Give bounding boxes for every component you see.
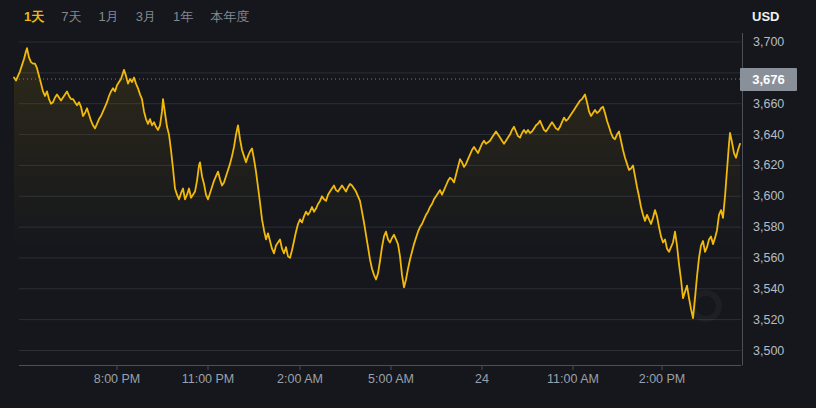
x-axis-label: 2:00 AM bbox=[260, 372, 340, 387]
y-axis-label: 3,700 bbox=[753, 34, 803, 50]
x-axis-label: 11:00 PM bbox=[168, 372, 248, 387]
y-axis-label: 3,560 bbox=[753, 250, 803, 266]
y-axis-label: 3,520 bbox=[753, 312, 803, 328]
x-axis-label: 2:00 PM bbox=[622, 372, 702, 387]
x-axis-label: 8:00 PM bbox=[77, 372, 157, 387]
price-area-fill bbox=[14, 48, 740, 365]
y-axis-label: 3,660 bbox=[753, 96, 803, 112]
y-axis-label: 3,640 bbox=[753, 127, 803, 143]
price-chart-panel: 1天7天1月3月1年本年度 USD 3,7003,6803,6603,6403,… bbox=[0, 0, 816, 408]
y-axis-label: 3,600 bbox=[753, 188, 803, 204]
price-badge: 3,676 bbox=[740, 68, 797, 91]
y-axis-label: 3,500 bbox=[753, 343, 803, 359]
x-axis-label: 11:00 AM bbox=[533, 372, 613, 387]
x-axis-label: 5:00 AM bbox=[351, 372, 431, 387]
x-axis-label: 24 bbox=[442, 372, 522, 387]
y-axis-label: 3,580 bbox=[753, 219, 803, 235]
price-line-chart[interactable] bbox=[0, 0, 816, 408]
y-axis-label: 3,540 bbox=[753, 281, 803, 297]
y-axis-label: 3,620 bbox=[753, 157, 803, 173]
